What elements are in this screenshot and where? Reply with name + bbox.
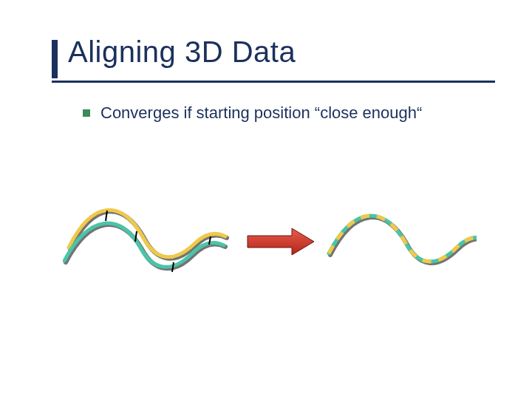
arrow-right-icon [248, 228, 314, 255]
bullet-text: Converges if starting position “close en… [100, 103, 422, 123]
bullet-row: Converges if starting position “close en… [83, 103, 422, 123]
left-teal-curve [64, 223, 224, 267]
right-curves-aligned [329, 216, 477, 263]
left-curves-misaligned [64, 210, 227, 272]
alignment-figure [63, 196, 477, 284]
bullet-square-icon [83, 109, 90, 117]
title-accent-bar [52, 40, 58, 78]
slide-title: Aligning 3D Data [68, 35, 296, 69]
slide: Aligning 3D Data Converges if starting p… [0, 0, 532, 399]
title-underline [52, 81, 495, 83]
svg-line-2 [172, 262, 174, 272]
